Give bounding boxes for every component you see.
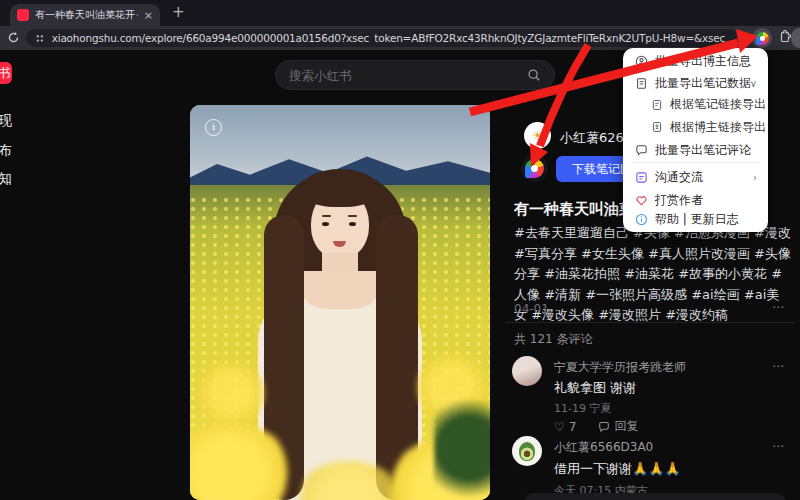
reply-box[interactable]: [524, 493, 786, 500]
menu-item-tip-author[interactable]: 打赏作者: [623, 189, 768, 211]
sun-icon: ☀: [532, 128, 544, 143]
search-input[interactable]: [289, 68, 519, 83]
comment-user[interactable]: 宁夏大学学历报考跳老师: [554, 359, 686, 376]
site-info-icon[interactable]: [35, 33, 45, 44]
image-info-icon[interactable]: i: [205, 119, 222, 136]
sidebar-item-discover[interactable]: 发现: [0, 112, 12, 130]
pinned-extension-button[interactable]: [752, 28, 772, 48]
author-avatar[interactable]: ☀: [524, 122, 551, 149]
url-bar[interactable]: xiaohongshu.com/explore/660a994e00000000…: [26, 29, 738, 47]
chat-square-icon: [635, 171, 648, 184]
menu-item-communicate[interactable]: 沟通交流 ›: [623, 166, 768, 188]
like-count: 7: [569, 420, 577, 434]
new-tab-button[interactable]: +: [172, 3, 185, 21]
like-icon[interactable]: ♡: [554, 420, 565, 434]
comment-user[interactable]: 小红薯6566D3A0: [554, 439, 653, 456]
sidebar-item-publish[interactable]: 发布: [0, 142, 12, 160]
note-more-icon[interactable]: ⋯: [772, 300, 785, 314]
comment-meta: 11-19 宁夏: [554, 401, 611, 416]
chevron-right-icon: ›: [753, 172, 757, 183]
reload-icon[interactable]: [7, 31, 20, 44]
reply-bubble-icon[interactable]: [598, 421, 610, 433]
comment-avatar[interactable]: [512, 436, 542, 466]
tab-title: 有一种春天叫油菜花开～普通照: [35, 8, 138, 22]
menu-item-export-by-blogger-link[interactable]: 根据博主链接导出: [623, 116, 768, 138]
extension-floating-button[interactable]: [521, 155, 548, 182]
info-circle-icon: [635, 213, 648, 226]
tab-strip: 有一种春天叫油菜花开～普通照 × +: [0, 0, 800, 26]
note-hashtags[interactable]: #去春天里遛遛自己 #头像 #治愈系漫画 #漫改 #写真分享 #女生头像 #真人…: [514, 223, 792, 325]
sidebar-item-notify[interactable]: 通知: [0, 170, 12, 188]
note-date: 04-01: [514, 302, 549, 316]
comment-actions: ♡ 7 回复: [554, 418, 638, 435]
menu-item-help-changelog[interactable]: 帮助 | 更新日志: [623, 209, 768, 230]
search-icon[interactable]: [527, 68, 541, 82]
divider: [505, 322, 795, 323]
export-extension-icon: [756, 32, 769, 45]
menu-item-export-note-comments[interactable]: 批量导出笔记评论: [623, 139, 768, 161]
xiaohongshu-logo[interactable]: 小红书: [0, 62, 12, 84]
document-icon: [635, 77, 648, 90]
menu-divider: [631, 162, 760, 163]
person-circle-icon: [635, 55, 648, 68]
avocado-icon: [519, 442, 535, 461]
extensions-puzzle-icon[interactable]: [777, 30, 792, 45]
menu-item-export-note-data[interactable]: 批量导出笔记数据 ∨: [623, 72, 768, 94]
browser-window: 有一种春天叫油菜花开～普通照 × + xiaohongshu.com/explo…: [0, 0, 800, 500]
document-link-icon: [651, 99, 663, 111]
extension-dropdown-menu: 批量导出博主信息 批量导出笔记数据 ∨ 根据笔记链接导出 根据博主链接导出: [623, 48, 768, 232]
document-user-icon: [651, 121, 663, 133]
tab-close-icon[interactable]: ×: [144, 9, 153, 22]
reply-button[interactable]: 回复: [614, 418, 638, 435]
comment-text: 礼貌拿图 谢谢: [554, 379, 636, 397]
profile-avatar[interactable]: [791, 28, 800, 48]
comments-count: 共 121 条评论: [514, 331, 593, 348]
site-favicon: [17, 9, 29, 21]
browser-toolbar: xiaohongshu.com/explore/660a994e00000000…: [0, 26, 800, 50]
comment-avatar[interactable]: [512, 356, 542, 386]
menu-item-export-blogger-info[interactable]: 批量导出博主信息: [623, 50, 768, 72]
comment-more-icon[interactable]: ⋯: [772, 439, 785, 453]
comment-more-icon[interactable]: ⋯: [772, 359, 785, 373]
menu-item-export-by-note-link[interactable]: 根据笔记链接导出: [623, 94, 768, 115]
comment-bubble-icon: [635, 144, 648, 157]
search-bar[interactable]: [275, 60, 555, 90]
browser-tab[interactable]: 有一种春天叫油菜花开～普通照 ×: [10, 4, 160, 26]
url-text: xiaohongshu.com/explore/660a994e00000000…: [52, 32, 729, 44]
chevron-down-icon[interactable]: ∨: [750, 78, 757, 89]
note-photo[interactable]: i: [190, 105, 490, 500]
comment-text: 借用一下谢谢🙏🙏🙏: [554, 460, 681, 478]
heart-icon: [635, 194, 648, 207]
export-extension-icon: [525, 159, 544, 178]
